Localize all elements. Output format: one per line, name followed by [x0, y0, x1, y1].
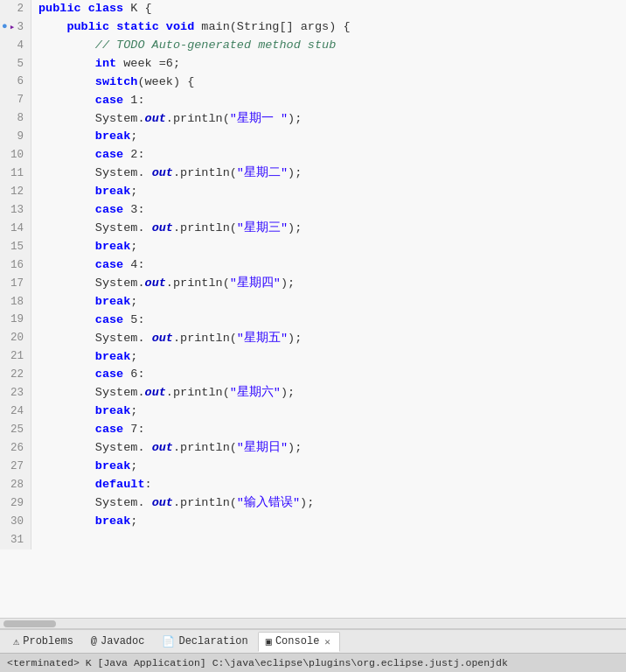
table-row: 15 break;	[0, 238, 626, 256]
tab-javadoc[interactable]: @Javadoc	[83, 632, 153, 651]
kw2-token: break	[95, 295, 131, 308]
code-content[interactable]: int week =6;	[31, 55, 626, 74]
breakpoint-dot: ●	[2, 20, 8, 35]
code-content[interactable]: System.out.println("星期一 ");	[31, 110, 626, 129]
table-row: 30 break;	[0, 513, 626, 531]
table-row: 31	[0, 531, 626, 550]
line-number: 26	[0, 439, 31, 458]
st-token: "星期六"	[230, 386, 281, 399]
code-content[interactable]	[31, 531, 626, 550]
line-number: 15	[0, 238, 31, 256]
line-number: 13	[0, 201, 31, 220]
status-text: <terminated> K [Java Application] C:\jav…	[7, 657, 508, 668]
code-content[interactable]: public static void main(String[] args) {	[31, 18, 626, 37]
code-content[interactable]: break;	[31, 238, 626, 256]
table-row: 10 case 2:	[0, 146, 626, 164]
code-content[interactable]: case 3:	[31, 201, 626, 220]
table-row: 23 System.out.println("星期六");	[0, 384, 626, 402]
table-row: 8 System.out.println("星期一 ");	[0, 110, 626, 129]
code-content[interactable]: break;	[31, 183, 626, 201]
declaration-tab-icon: 📄	[162, 635, 175, 648]
scrollbar-thumb[interactable]	[3, 620, 56, 627]
horizontal-scrollbar[interactable]	[0, 618, 626, 628]
code-content[interactable]: case 4:	[31, 256, 626, 275]
line-number: 7	[0, 92, 31, 110]
table-row: 20 System. out.println("星期五");	[0, 330, 626, 348]
table-row: 5 int week =6;	[0, 55, 626, 74]
kw2-token: public	[38, 2, 81, 15]
code-content[interactable]: break;	[31, 458, 626, 476]
code-content[interactable]: break;	[31, 293, 626, 312]
code-content[interactable]: case 2:	[31, 146, 626, 164]
code-content[interactable]: System. out.println("星期日");	[31, 439, 626, 458]
javadoc-tab-label: Javadoc	[101, 635, 144, 648]
code-content[interactable]: break;	[31, 402, 626, 421]
table-row: 12 break;	[0, 183, 626, 201]
code-content[interactable]: System. out.println("星期二");	[31, 164, 626, 183]
kw2-token: case	[95, 368, 123, 381]
problems-tab-label: Problems	[23, 635, 73, 648]
table-row: 21 break;	[0, 348, 626, 367]
console-tab-close[interactable]: ✕	[323, 636, 332, 648]
line-number: 18	[0, 293, 31, 312]
bottom-tab-bar: ⚠Problems@Javadoc📄Declaration▣Console✕	[0, 628, 626, 653]
line-number: 20	[0, 330, 31, 348]
kw2-token: break	[95, 514, 131, 528]
code-content[interactable]: case 6:	[31, 366, 626, 384]
tab-problems[interactable]: ⚠Problems	[5, 632, 81, 652]
kw2-token: break	[95, 459, 131, 472]
code-content[interactable]: default:	[31, 476, 626, 494]
line-number: 22	[0, 366, 31, 384]
tab-declaration[interactable]: 📄Declaration	[154, 632, 255, 652]
line-number: 27	[0, 458, 31, 476]
code-content[interactable]: System.out.println("星期四");	[31, 275, 626, 293]
code-content[interactable]: System. out.println("星期三");	[31, 220, 626, 238]
table-row: 14 System. out.println("星期三");	[0, 220, 626, 238]
code-content[interactable]: case 1:	[31, 92, 626, 110]
kw2-token: static	[116, 20, 159, 33]
code-content[interactable]: case 5:	[31, 312, 626, 330]
table-row: 9 break;	[0, 128, 626, 146]
code-content[interactable]: switch(week) {	[31, 74, 626, 92]
code-content[interactable]: break;	[31, 348, 626, 367]
code-content[interactable]: // TODO Auto-generated method stub	[31, 37, 626, 55]
line-number: 14	[0, 220, 31, 238]
code-content[interactable]: System.out.println("星期六");	[31, 384, 626, 402]
out-token: out	[152, 221, 173, 234]
table-row: 27 break;	[0, 458, 626, 476]
table-row: 4 // TODO Auto-generated method stub	[0, 37, 626, 55]
code-content[interactable]: break;	[31, 513, 626, 531]
table-row: ●▸3 public static void main(String[] arg…	[0, 18, 626, 37]
code-content[interactable]: case 7:	[31, 421, 626, 439]
kw2-token: public	[66, 20, 109, 33]
kw2-token: break	[95, 404, 131, 417]
line-number: 4	[0, 37, 31, 55]
javadoc-tab-icon: @	[91, 635, 97, 648]
table-row: 25 case 7:	[0, 421, 626, 439]
line-number: 31	[0, 531, 31, 550]
kw2-token: default	[95, 478, 145, 491]
tab-console[interactable]: ▣Console✕	[258, 632, 340, 652]
line-number: 17	[0, 275, 31, 293]
cm-token: // TODO Auto-generated method stub	[95, 38, 336, 52]
line-number: 8	[0, 110, 31, 129]
out-token: out	[145, 276, 166, 290]
st-token: "星期一 "	[230, 112, 288, 125]
table-row: 7 case 1:	[0, 92, 626, 110]
line-number: 9	[0, 128, 31, 146]
out-token: out	[152, 166, 173, 179]
code-content[interactable]: System. out.println("星期五");	[31, 330, 626, 348]
line-number: 10	[0, 146, 31, 164]
kw2-token: int	[95, 57, 116, 70]
code-content[interactable]: System. out.println("输入错误");	[31, 494, 626, 513]
table-row: 16 case 4:	[0, 256, 626, 275]
out-token: out	[152, 496, 173, 509]
code-content[interactable]: break;	[31, 128, 626, 146]
code-container[interactable]: 2public class K {●▸3 public static void …	[0, 0, 626, 618]
st-token: "星期五"	[237, 332, 288, 345]
kw2-token: switch	[95, 75, 138, 88]
line-number: 12	[0, 183, 31, 201]
table-row: 26 System. out.println("星期日");	[0, 439, 626, 458]
kw2-token: case	[95, 313, 123, 326]
code-content[interactable]: public class K {	[31, 0, 626, 18]
